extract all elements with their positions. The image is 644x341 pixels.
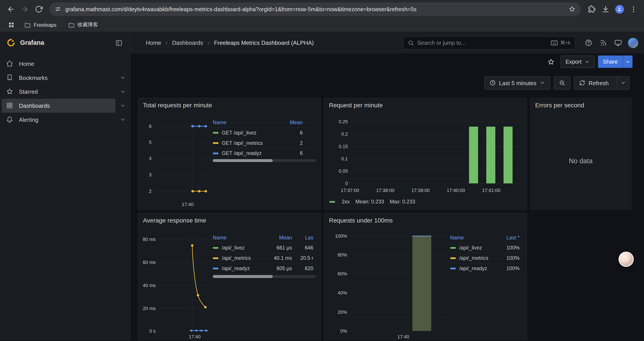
bookmark-folder-blogs[interactable]: 收藏博客 [64, 20, 102, 30]
series-mean: 605 µs [266, 265, 292, 271]
grafana-main: Home › Dashboards › Freeleaps Metrics Da… [131, 32, 644, 340]
legend-col-name[interactable]: Name [213, 119, 282, 125]
breadcrumb-home[interactable]: Home [146, 40, 161, 46]
panel-title[interactable]: Requests under 100ms [324, 213, 526, 224]
bookmark-star-icon[interactable] [569, 6, 576, 12]
legend-row: GET /api/_metrics 2 [213, 138, 316, 148]
legend-scrollbar[interactable] [213, 159, 316, 162]
series-toggle[interactable]: /api/_readyz [450, 265, 496, 271]
scrollbar-thumb[interactable] [213, 159, 273, 162]
time-range-picker[interactable]: Last 5 minutes [484, 76, 550, 90]
legend-col-mean[interactable]: Mean [266, 235, 292, 240]
grafana-logo-icon[interactable] [6, 38, 16, 47]
series-color-dash [213, 153, 218, 154]
sidebar-toggle-icon[interactable] [113, 37, 124, 49]
share-label[interactable]: Share [598, 56, 622, 68]
series-toggle[interactable]: GET /api/_livez [213, 130, 282, 136]
svg-text:0: 0 [345, 181, 348, 186]
reload-icon[interactable] [32, 3, 45, 16]
floating-assistant-avatar[interactable] [618, 252, 634, 267]
bookmark-folder-freeleaps[interactable]: Freeleaps [20, 20, 60, 30]
chevron-down-icon[interactable] [116, 113, 130, 127]
avg-response-chart[interactable]: 80 ms 60 ms 40 ms 20 ms 0 s 17:40 [142, 231, 214, 340]
series-mean: 2 [282, 140, 316, 146]
help-icon[interactable] [582, 37, 595, 49]
scrollbar-thumb[interactable] [213, 275, 273, 278]
legend-col-name[interactable]: Name [450, 235, 496, 240]
series-name: /api/_livez [222, 245, 244, 251]
export-button[interactable]: Export [561, 56, 595, 68]
legend-scrollbar[interactable] [213, 275, 316, 278]
refresh-main[interactable]: Refresh [574, 77, 614, 89]
series-name: 2xx [342, 199, 350, 205]
series-toggle[interactable]: /api/_metrics [213, 255, 266, 261]
series-toggle[interactable]: /api/_livez [450, 245, 496, 251]
downloads-icon[interactable] [599, 3, 612, 16]
share-button[interactable]: Share [598, 56, 632, 68]
address-bar[interactable]: grafana.mathmast.com/d/deytv4rwavabkb/fr… [49, 2, 581, 16]
series-name: /api/_metrics [222, 255, 251, 261]
url-text[interactable]: grafana.mathmast.com/d/deytv4rwavabkb/fr… [65, 6, 565, 12]
legend-col-last[interactable]: Las [292, 235, 316, 240]
legend-row: /api/_metrics 40.1 ms 20.5 r [213, 253, 316, 263]
series-toggle[interactable]: 2xx [330, 199, 350, 205]
sidebar-item-alerting[interactable]: Alerting [0, 113, 130, 127]
sidebar-item-starred[interactable]: Starred [0, 85, 130, 99]
series-toggle[interactable]: GET /api/_readyz [213, 151, 282, 156]
back-icon[interactable] [4, 3, 17, 16]
series-toggle[interactable]: /api/_metrics [450, 255, 496, 261]
breadcrumb-dashboards[interactable]: Dashboards [172, 40, 203, 46]
search-box[interactable]: ⌘+k [403, 36, 576, 50]
svg-text:0 s: 0 s [149, 328, 156, 334]
chevron-down-icon[interactable] [116, 99, 130, 113]
panel-title[interactable]: Request per minute [324, 98, 526, 109]
svg-text:0.05: 0.05 [339, 169, 348, 174]
total-requests-chart[interactable]: 6 5 4 3 2 17:40 [142, 116, 214, 210]
series-name: /api/_readyz [459, 265, 487, 271]
browser-menu-icon[interactable] [627, 3, 640, 16]
chevron-down-icon[interactable] [116, 85, 130, 99]
bell-icon [6, 116, 14, 123]
favorite-star-icon[interactable] [545, 56, 557, 68]
series-toggle[interactable]: GET /api/_metrics [213, 140, 282, 146]
series-last: 100% [496, 255, 522, 261]
sidebar-item-dashboards[interactable]: Dashboards [0, 99, 130, 113]
refresh-button[interactable]: Refresh [574, 76, 630, 90]
panel-title[interactable]: Average response time [138, 213, 320, 224]
header-icons [582, 37, 638, 49]
legend-col-mean[interactable]: Mean [282, 119, 316, 125]
series-toggle[interactable]: /api/_readyz [213, 265, 266, 271]
grafana-brand[interactable]: Grafana [20, 39, 108, 47]
request-per-minute-chart[interactable]: 0.25 0.2 0.15 0.1 0.05 0 17:37:00 17:38:… [328, 116, 524, 197]
series-mean: 40.1 ms [266, 255, 292, 261]
series-toggle[interactable]: /api/_livez [213, 245, 266, 251]
site-settings-icon[interactable] [54, 6, 61, 12]
svg-text:6: 6 [149, 124, 152, 129]
panel-avg-response-time: Average response time 80 ms 60 ms 40 ms … [138, 213, 321, 340]
panel-title[interactable]: Total requests per minute [138, 98, 320, 109]
rss-icon[interactable] [597, 37, 610, 49]
breadcrumb: Home › Dashboards › Freeleaps Metrics Da… [146, 40, 314, 46]
extensions-icon[interactable] [585, 3, 598, 16]
series-name: /api/_livez [459, 245, 482, 251]
series-last: 646 [292, 245, 316, 251]
profile-icon[interactable] [613, 3, 626, 16]
under-100ms-chart[interactable]: 100% 80% 60% 40% 20% 0% 17:40 [328, 231, 449, 340]
legend-col-last[interactable]: Last * [496, 235, 522, 240]
user-avatar[interactable] [628, 38, 638, 48]
svg-text:17:40:00: 17:40:00 [447, 188, 465, 193]
refresh-interval-chevron[interactable] [617, 77, 629, 89]
bookmark-icon [6, 74, 14, 81]
forward-icon[interactable] [18, 3, 31, 16]
sidebar-item-bookmarks[interactable]: Bookmarks [0, 71, 130, 85]
chevron-down-icon[interactable] [116, 71, 130, 85]
apps-icon[interactable] [6, 20, 16, 30]
panel-title[interactable]: Errors per second [531, 98, 631, 109]
search-input[interactable] [417, 40, 548, 46]
legend-row: GET /api/_readyz 6 [213, 148, 316, 158]
sidebar-item-home[interactable]: Home [0, 57, 130, 71]
zoom-out-button[interactable] [554, 76, 570, 90]
monitor-icon[interactable] [612, 37, 625, 49]
legend-col-name[interactable]: Name [213, 235, 266, 240]
share-menu-chevron[interactable] [623, 56, 632, 68]
